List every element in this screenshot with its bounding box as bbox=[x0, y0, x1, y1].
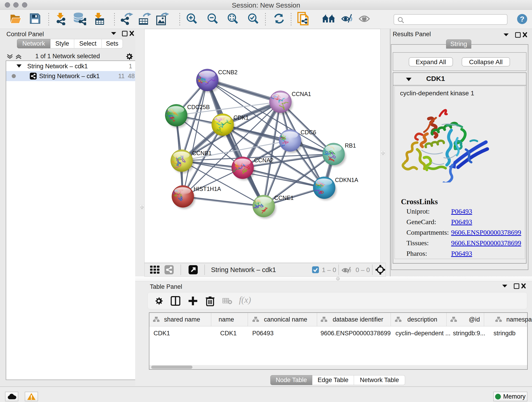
svg-text:CDK1: CDK1 bbox=[234, 114, 249, 121]
svg-text:CCNA1: CCNA1 bbox=[292, 91, 311, 97]
svg-text:CDC25B: CDC25B bbox=[187, 104, 210, 110]
svg-text:CCNA2: CCNA2 bbox=[254, 157, 273, 163]
svg-text:?: ? bbox=[520, 15, 525, 23]
svg-text:HIST1H1A: HIST1H1A bbox=[194, 186, 221, 192]
svg-text:CDKN1A: CDKN1A bbox=[335, 177, 358, 183]
svg-text:CCNB1: CCNB1 bbox=[192, 150, 212, 156]
svg-text:CDC6: CDC6 bbox=[301, 129, 316, 135]
svg-text:CCNE1: CCNE1 bbox=[274, 195, 294, 201]
svg-text:CCNB2: CCNB2 bbox=[218, 69, 238, 75]
svg-text:RB1: RB1 bbox=[345, 142, 356, 149]
